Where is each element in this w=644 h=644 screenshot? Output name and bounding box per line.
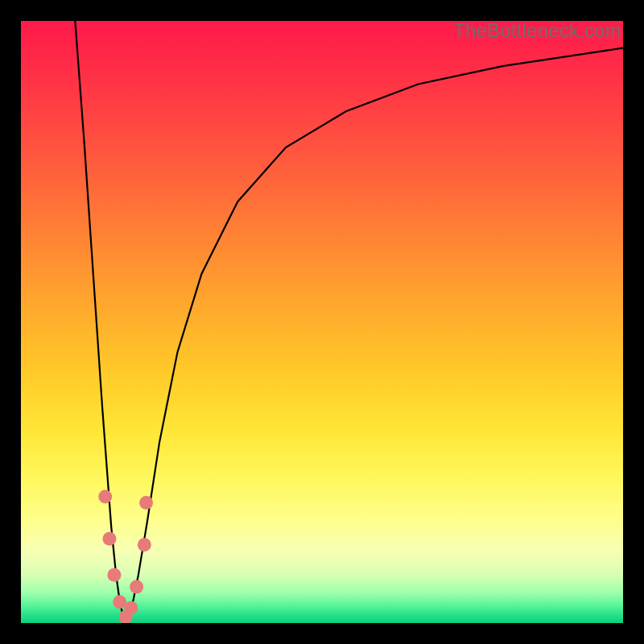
chart-frame: TheBottleneck.com <box>0 0 644 644</box>
marker-point <box>107 568 121 582</box>
plot-area <box>21 21 623 623</box>
marker-point <box>98 489 112 503</box>
marker-layer <box>21 21 623 623</box>
watermark-text: TheBottleneck.com <box>453 19 621 42</box>
highlighted-points <box>98 489 153 623</box>
marker-point <box>102 532 116 546</box>
marker-point <box>124 601 138 615</box>
marker-point <box>139 496 153 510</box>
marker-point <box>138 538 151 551</box>
marker-point <box>130 580 143 594</box>
